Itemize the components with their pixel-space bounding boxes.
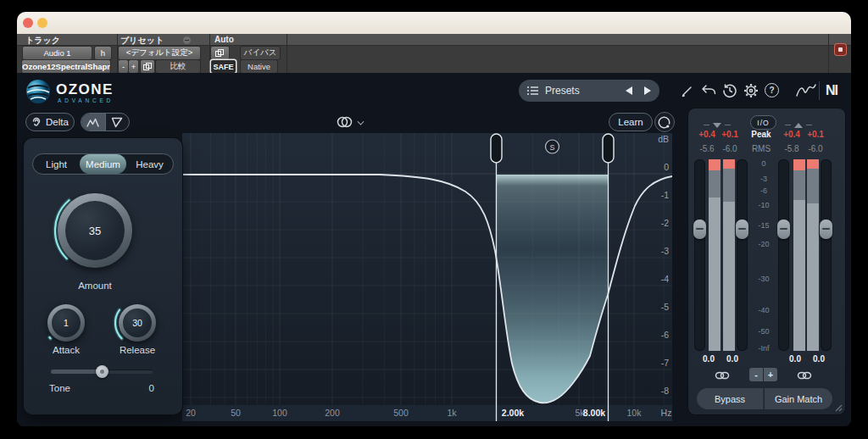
preset-copy2-button[interactable] [141, 60, 154, 73]
brand-subtitle: ADVANCED [58, 97, 114, 103]
freq-tick-label: 100 [272, 408, 287, 418]
preset-next-button[interactable]: + [129, 60, 138, 73]
delta-label: Delta [46, 117, 69, 127]
preset-next-icon[interactable] [644, 86, 651, 95]
auto-column-label: Auto [214, 35, 234, 44]
tab-medium[interactable]: Medium [80, 154, 126, 174]
zoom-out-button[interactable]: - [749, 368, 763, 381]
meter-rms-segment [723, 202, 735, 351]
freq-unit-label: Hz [661, 408, 672, 418]
meter-rms-segment [709, 197, 721, 351]
output-channel-link-icon[interactable] [797, 370, 812, 381]
meter-range-fader[interactable] [777, 220, 790, 239]
db-tick-label: -6 [661, 330, 669, 340]
amount-value: 35 [89, 225, 101, 237]
meter-range-fader[interactable] [693, 220, 706, 239]
tab-light[interactable]: Light [33, 154, 80, 174]
input-channel-link-icon[interactable] [715, 370, 730, 381]
plugin-bypass-button[interactable]: バイパス [241, 47, 280, 59]
compare-button[interactable]: 比較 [156, 60, 200, 73]
plugin-slot-button[interactable]: Ozone12SpectralShapr [22, 60, 110, 73]
divider [287, 34, 287, 73]
history-clock-icon[interactable] [722, 83, 737, 98]
meter-peak-segment [807, 169, 819, 203]
meter-scale-label: -30 [749, 275, 778, 283]
gain-match-button[interactable]: Gain Match [765, 388, 832, 409]
band-high-handle[interactable] [603, 134, 614, 163]
meter-range-fader[interactable] [736, 220, 748, 239]
meter-scale-label: -Inf [749, 344, 778, 353]
tone-slider-handle[interactable] [96, 365, 108, 378]
safe-button[interactable]: SAFE [211, 60, 236, 73]
freq-tick-label[interactable]: 8.00k [583, 408, 605, 418]
meter-clip-segment [793, 159, 805, 170]
help-icon[interactable]: ? [765, 83, 779, 97]
undo-icon[interactable] [701, 84, 716, 97]
preset-copy-button[interactable] [211, 47, 229, 59]
meter-rms-segment [793, 200, 805, 351]
divider [117, 34, 118, 73]
db-tick-label: -3 [661, 246, 669, 256]
amount-knob[interactable]: 35 [58, 193, 132, 268]
preset-collapse-icon[interactable] [183, 36, 191, 44]
db-tick-label: -4 [661, 274, 669, 284]
record-arm-icon[interactable] [835, 44, 846, 55]
meter-scale-label: -15 [749, 221, 778, 230]
freq-tick-label: 10k [627, 408, 643, 418]
db-tick-label: -1 [661, 190, 669, 200]
zoom-in-button[interactable]: + [764, 368, 777, 381]
release-knob[interactable]: 30 [119, 304, 156, 342]
ear-icon [31, 117, 42, 127]
presets-label: Presets [545, 85, 580, 97]
meter-clip-segment [807, 159, 819, 169]
meter-range-fader[interactable] [820, 220, 832, 239]
preset-prev-icon[interactable] [626, 86, 632, 95]
track-monitor-button[interactable]: h [95, 47, 111, 59]
settings-gear-icon[interactable] [743, 83, 759, 98]
tone-slider-track[interactable] [51, 370, 153, 374]
db-tick-label: -7 [661, 358, 669, 368]
freq-tick-label: 50 [231, 408, 241, 418]
db-tick-label: -8 [661, 386, 669, 396]
meter-scale-label: 0 [749, 159, 778, 168]
spectrum-view-button[interactable] [81, 114, 105, 131]
meter-range-track [694, 159, 705, 351]
divider [819, 81, 820, 100]
track-column-label: トラック [25, 35, 60, 47]
tone-slider-fill [51, 370, 103, 374]
meter-scale-label: -10 [749, 201, 778, 209]
track-name-button[interactable]: Audio 1 [23, 47, 92, 59]
resize-grip-icon[interactable] [834, 403, 843, 412]
minimize-button[interactable] [37, 18, 47, 28]
close-button[interactable] [23, 18, 33, 28]
meter-scale-label: -50 [749, 327, 778, 336]
izotope-squiggle-icon[interactable] [795, 82, 817, 99]
attack-knob[interactable]: 1 [47, 304, 85, 342]
db-tick-label: 0 [664, 162, 669, 172]
bypass-button[interactable]: Bypass [697, 388, 764, 409]
band-low-handle[interactable] [491, 134, 502, 163]
presets-bar[interactable]: Presets [519, 80, 659, 102]
freq-tick-label: 500 [393, 408, 409, 418]
threshold-view-button[interactable] [105, 114, 130, 131]
learn-label: Learn [618, 117, 643, 127]
meter-scale-label: -20 [749, 240, 778, 248]
preset-select-button[interactable]: <デフォルト設定> [119, 47, 200, 59]
meter-rms-segment [807, 203, 819, 351]
edit-pencil-icon[interactable] [681, 84, 694, 97]
attack-label: Attack [32, 345, 100, 355]
ni-logo: NI [826, 83, 837, 98]
delta-button[interactable]: Delta [25, 113, 75, 131]
meter-scale-label: -6 [749, 186, 778, 195]
spectrum-svg: SdB0-1-2-3-4-5-6-7-820501002005001k2.00k… [182, 127, 672, 421]
freq-tick-label[interactable]: 2.00k [502, 408, 524, 418]
preset-prev-button[interactable]: - [119, 60, 128, 73]
db-tick-label: -2 [661, 218, 669, 228]
band-attenuation-fill [182, 175, 672, 403]
meter-clip-segment [723, 159, 735, 169]
io-meter-panel: I/O +0.4 +0.1 Peak +0.4 +0.1 -5.6 -6.0 R… [688, 108, 845, 414]
freq-tick-label: 200 [325, 408, 340, 418]
format-button[interactable]: Native [241, 60, 277, 73]
tab-heavy[interactable]: Heavy [126, 154, 173, 174]
tone-value: 0 [117, 383, 154, 393]
